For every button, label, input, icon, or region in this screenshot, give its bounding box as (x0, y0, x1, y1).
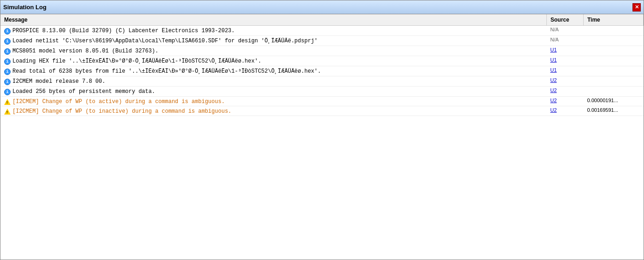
log-source-cell: N/A (547, 26, 584, 36)
log-message-cell: iI2CMEM model release 7.8 00. (0, 76, 547, 87)
source-link[interactable]: U2 (550, 107, 557, 113)
log-message-text: [I2CMEM] Change of WP (to active) during… (12, 98, 225, 105)
empty-log-area (0, 116, 644, 254)
source-na: N/A (550, 27, 559, 32)
source-link[interactable]: U2 (550, 77, 557, 83)
log-time-cell (584, 87, 644, 97)
log-source-cell[interactable]: U1 (547, 56, 584, 66)
log-source-cell[interactable]: U2 (547, 106, 584, 116)
table-row: iLoading HEX file '..\±ÏÈèxÊÃÏ\Ð»°Ø°Ø-Ö¸… (0, 56, 644, 66)
log-message-cell: iLoaded 256 bytes of persistent memory d… (0, 87, 547, 97)
warning-icon (4, 109, 11, 115)
log-source-cell[interactable]: U1 (547, 66, 584, 76)
log-source-cell[interactable]: U2 (547, 76, 584, 87)
log-message-cell: [I2CMEM] Change of WP (to active) during… (0, 97, 547, 106)
table-row: iPROSPICE 8.13.00 (Build 32709) (C) Labc… (0, 26, 644, 36)
info-icon: i (4, 89, 11, 95)
log-message-text: Read total of 6238 bytes from file '..\±… (12, 68, 321, 75)
log-time-cell (584, 66, 644, 76)
log-message-text: [I2CMEM] Change of WP (to inactive) duri… (12, 108, 231, 115)
log-message-text: I2CMEM model release 7.8 00. (12, 78, 105, 85)
log-message-cell: iMCS8051 model version 8.05.01 (Build 32… (0, 46, 547, 56)
simulation-log-window: Simulation Log ✕ Message Source Time iPR… (0, 0, 644, 260)
source-link[interactable]: U1 (550, 67, 557, 73)
close-button[interactable]: ✕ (632, 3, 641, 12)
time-value: 0.00169591... (587, 107, 618, 113)
log-time-cell (584, 46, 644, 56)
log-time-cell (584, 26, 644, 36)
info-icon: i (4, 48, 11, 55)
log-time-cell (584, 36, 644, 46)
source-na: N/A (550, 37, 559, 42)
info-icon: i (4, 69, 11, 75)
source-link[interactable]: U2 (550, 98, 557, 103)
table-row: iRead total of 6238 bytes from file '..\… (0, 66, 644, 76)
log-table: Message Source Time iPROSPICE 8.13.00 (B… (0, 14, 644, 116)
log-message-cell: iLoaded netlist 'C:\Users\86199\AppData\… (0, 36, 547, 46)
log-source-cell[interactable]: U2 (547, 97, 584, 106)
log-message-text: MCS8051 model version 8.05.01 (Build 327… (12, 48, 158, 54)
log-table-container: Message Source Time iPROSPICE 8.13.00 (B… (0, 14, 644, 260)
column-header-source: Source (547, 14, 584, 26)
title-bar: Simulation Log ✕ (0, 0, 644, 14)
info-icon: i (4, 58, 11, 65)
table-row: iMCS8051 model version 8.05.01 (Build 32… (0, 46, 644, 56)
table-row: iI2CMEM model release 7.8 00.U2 (0, 76, 644, 87)
time-value: 0.00000191... (587, 98, 618, 103)
info-icon: i (4, 28, 11, 35)
table-row: iLoaded 256 bytes of persistent memory d… (0, 87, 644, 97)
log-time-cell (584, 76, 644, 87)
source-link[interactable]: U1 (550, 47, 557, 52)
log-message-text: Loaded netlist 'C:\Users\86199\AppData\L… (12, 38, 318, 44)
column-header-time: Time (584, 14, 644, 26)
log-message-cell: iRead total of 6238 bytes from file '..\… (0, 66, 547, 76)
table-header-row: Message Source Time (0, 14, 644, 26)
log-message-text: Loaded 256 bytes of persistent memory da… (12, 88, 155, 95)
warning-icon (4, 99, 11, 105)
log-source-cell[interactable]: U2 (547, 87, 584, 97)
info-icon: i (4, 79, 11, 85)
log-source-cell[interactable]: U1 (547, 46, 584, 56)
log-source-cell: N/A (547, 36, 584, 46)
log-message-cell: iLoading HEX file '..\±ÏÈèxÊÃÏ\Ð»°Ø°Ø-Ö¸… (0, 56, 547, 66)
source-link[interactable]: U2 (550, 87, 557, 93)
window-title: Simulation Log (3, 4, 47, 11)
log-message-cell: [I2CMEM] Change of WP (to inactive) duri… (0, 106, 547, 116)
table-row: [I2CMEM] Change of WP (to inactive) duri… (0, 106, 644, 116)
table-row: iLoaded netlist 'C:\Users\86199\AppData\… (0, 36, 644, 46)
info-icon: i (4, 38, 11, 45)
source-link[interactable]: U1 (550, 57, 557, 63)
log-message-text: Loading HEX file '..\±ÏÈèxÊÃÏ\Ð»°Ø°Ø-Ö¸Ï… (12, 58, 261, 64)
log-message-cell: iPROSPICE 8.13.00 (Build 32709) (C) Labc… (0, 26, 547, 36)
log-time-cell (584, 56, 644, 66)
log-time-cell: 0.00169591... (584, 106, 644, 116)
table-row: [I2CMEM] Change of WP (to active) during… (0, 97, 644, 106)
column-header-message: Message (0, 14, 547, 26)
log-message-text: PROSPICE 8.13.00 (Build 32709) (C) Labce… (12, 28, 234, 34)
log-time-cell: 0.00000191... (584, 97, 644, 106)
